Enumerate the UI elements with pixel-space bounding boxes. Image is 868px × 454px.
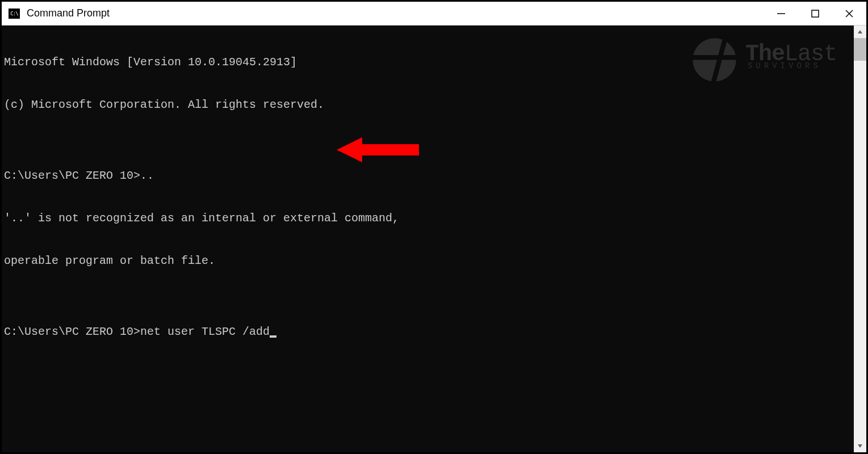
svg-marker-9: [858, 444, 862, 448]
terminal-command-text: C:\Users\PC ZERO 10>net user TLSPC /add: [4, 325, 270, 338]
terminal-line: C:\Users\PC ZERO 10>..: [4, 169, 852, 183]
cmd-icon-text: C:\: [10, 11, 18, 16]
terminal-line: '..' is not recognized as an internal or…: [4, 211, 852, 225]
scroll-up-button[interactable]: [854, 26, 866, 38]
terminal-cursor: [270, 335, 276, 338]
window-controls: [764, 2, 866, 25]
minimize-icon: [777, 10, 785, 18]
maximize-icon: [811, 10, 819, 18]
svg-marker-7: [337, 137, 419, 162]
close-button[interactable]: [832, 2, 866, 25]
terminal-line: operable program or batch file.: [4, 254, 852, 268]
chevron-up-icon: [857, 29, 863, 35]
minimize-button[interactable]: [764, 2, 798, 25]
scroll-thumb[interactable]: [854, 38, 866, 61]
watermark-subtitle: SURVIVORS: [748, 59, 837, 73]
watermark-logo: TheLast SURVIVORS: [690, 36, 837, 84]
maximize-button[interactable]: [798, 2, 832, 25]
terminal-output[interactable]: Microsoft Windows [Version 10.0.19045.29…: [2, 26, 854, 452]
title-bar: C:\ Command Prompt: [2, 2, 866, 26]
red-arrow-annotation: [296, 120, 422, 184]
watermark-text: TheLast SURVIVORS: [745, 47, 837, 73]
window-title: Command Prompt: [27, 7, 110, 19]
terminal-current-line: C:\Users\PC ZERO 10>net user TLSPC /add: [4, 325, 852, 339]
cmd-icon: C:\: [9, 9, 20, 19]
watermark-icon: [690, 36, 739, 84]
chevron-down-icon: [857, 443, 863, 449]
svg-rect-5: [690, 55, 739, 60]
scroll-track[interactable]: [854, 38, 866, 440]
terminal-line: (c) Microsoft Corporation. All rights re…: [4, 98, 852, 112]
terminal-container: Microsoft Windows [Version 10.0.19045.29…: [2, 26, 866, 452]
svg-rect-1: [812, 10, 819, 17]
scroll-down-button[interactable]: [854, 440, 866, 452]
close-icon: [845, 10, 853, 18]
svg-marker-8: [858, 30, 862, 33]
vertical-scrollbar[interactable]: [854, 26, 866, 452]
